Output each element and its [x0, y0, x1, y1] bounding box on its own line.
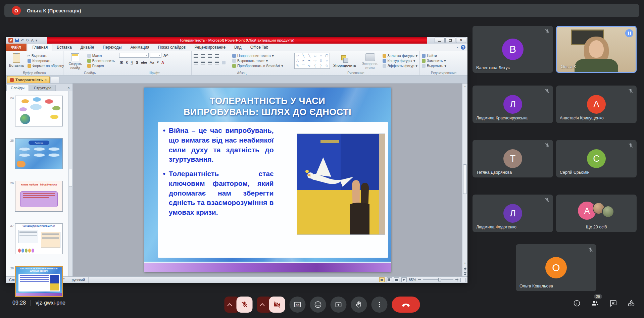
tab-transitions[interactable]: Переходы: [98, 44, 126, 51]
scroll-up-icon[interactable]: ▴: [462, 84, 467, 89]
align-text-button[interactable]: Выровнять текст▾: [232, 59, 283, 63]
bold-button[interactable]: Ж: [119, 60, 124, 64]
cut-button[interactable]: ✂Вырезать: [28, 54, 64, 58]
zoom-slider[interactable]: [423, 279, 453, 280]
present-button[interactable]: [330, 297, 346, 313]
scrollbar-thumb[interactable]: [463, 164, 467, 194]
indent-increase-button[interactable]: [215, 54, 219, 58]
help-icon[interactable]: ?: [461, 45, 465, 50]
camera-toggle-button[interactable]: [269, 297, 285, 313]
restore-button[interactable]: [445, 38, 455, 43]
language[interactable]: русский: [68, 277, 88, 283]
end-call-button[interactable]: [392, 297, 420, 313]
numbering-button[interactable]: [201, 54, 205, 58]
tab-insert[interactable]: Вставка: [52, 44, 76, 51]
tab-slides-pane[interactable]: Слайды: [6, 85, 29, 91]
indent-decrease-button[interactable]: [208, 54, 212, 58]
chat-button[interactable]: [609, 299, 617, 307]
slide-sorter-view-button[interactable]: [387, 277, 392, 282]
shapes-gallery[interactable]: ▱╲╲□○▢ △⌐¬⇨⇩○ ✎⌒∿{}☆: [294, 53, 330, 69]
shape-effects-button[interactable]: Эффекты фигур▾: [383, 64, 417, 68]
thumbnail-25[interactable]: 25 Пам'ятка: [8, 138, 63, 169]
font-name-select[interactable]: [119, 53, 149, 58]
vertical-scrollbar[interactable]: ▴ ▾: [462, 84, 467, 276]
powerpoint-logo-icon[interactable]: P: [8, 38, 13, 43]
tab-slideshow[interactable]: Показ слайдов: [154, 44, 190, 51]
next-slide-icon[interactable]: [462, 271, 467, 276]
tab-office-tab[interactable]: Office Tab: [246, 44, 273, 51]
reading-view-button[interactable]: [394, 277, 399, 282]
bullets-button[interactable]: [194, 54, 198, 58]
align-center-button[interactable]: [201, 61, 205, 64]
document-tab[interactable]: Толерантність ×: [7, 76, 50, 83]
current-slide[interactable]: ТОЛЕРАНТНІСТЬ У ЧАСИ ВИПРОБУВАНЬ: ШЛЯХ Д…: [144, 88, 391, 272]
close-button[interactable]: ×: [456, 38, 466, 43]
font-quick-icon[interactable]: А: [31, 39, 33, 42]
panel-scrollbar[interactable]: [68, 91, 72, 276]
participant-tile[interactable]: А Анастасія Кривущенко: [556, 86, 637, 123]
participant-tile[interactable]: Л Людмила Федотенко: [473, 195, 553, 232]
select-button[interactable]: Выделить▾: [422, 64, 446, 68]
tab-outline-pane[interactable]: Структура: [30, 85, 56, 91]
new-document-tab[interactable]: [51, 77, 59, 83]
shape-fill-button[interactable]: Заливка фигуры▾: [383, 54, 417, 58]
participant-tile[interactable]: С Сергій Єрьомін: [556, 140, 637, 177]
zoom-in-icon[interactable]: [455, 278, 458, 281]
participant-tile-speaking[interactable]: Ольга К: [556, 26, 637, 73]
slideshow-view-button[interactable]: [401, 277, 407, 282]
minimize-button[interactable]: [435, 38, 445, 43]
case-dropdown-icon[interactable]: ▾: [156, 60, 159, 64]
smartart-button[interactable]: Преобразовать в SmartArt▾: [232, 64, 283, 68]
raise-hand-button[interactable]: [351, 297, 367, 313]
align-left-button[interactable]: [194, 61, 198, 64]
tab-review[interactable]: Рецензирование: [190, 44, 230, 51]
participant-tile[interactable]: О Ольга Ковальова: [516, 244, 596, 291]
mic-toggle-button[interactable]: [236, 297, 252, 313]
thumbnail-26[interactable]: 26 Кожна людина - індивідуальна: [8, 181, 63, 212]
shape-outline-button[interactable]: Контур фигуры▾: [383, 59, 417, 63]
save-icon[interactable]: [15, 39, 19, 42]
tab-animations[interactable]: Анимация: [126, 44, 153, 51]
text-direction-button[interactable]: Направление текста▾: [232, 54, 283, 58]
change-case-button[interactable]: Аа: [149, 60, 155, 64]
participant-tile[interactable]: Л Людмила Краснояружська: [473, 86, 553, 123]
underline-button[interactable]: Ч: [130, 60, 134, 64]
font-size-select[interactable]: [150, 53, 161, 58]
shadow-button[interactable]: S: [135, 60, 139, 64]
thumbnail-24[interactable]: 24: [8, 96, 63, 126]
strikethrough-button[interactable]: abc: [140, 60, 148, 64]
thumbnail-27[interactable]: 27 ЧИ ЗАВЖДИ ВИ ТОЛЕРАНТНІ?: [8, 223, 63, 254]
justify-button[interactable]: [215, 61, 219, 64]
italic-button[interactable]: К: [125, 60, 129, 64]
participants-button[interactable]: 29: [591, 299, 599, 307]
activities-button[interactable]: [627, 299, 635, 307]
quick-styles-button[interactable]: Экспресс-стили: [359, 53, 380, 70]
columns-button[interactable]: [222, 61, 226, 64]
previous-slide-icon[interactable]: [462, 266, 467, 271]
collapse-ribbon-icon[interactable]: ▴: [456, 46, 458, 49]
participant-tile[interactable]: В Валентина Литус: [473, 26, 553, 73]
fit-to-window-icon[interactable]: [460, 278, 465, 282]
tab-home[interactable]: Главная: [28, 44, 53, 51]
document-tab-close-icon[interactable]: ×: [45, 78, 47, 82]
presenting-banner[interactable]: О Ольга К (Презентація): [4, 4, 639, 17]
font-color-button[interactable]: А: [161, 60, 165, 64]
captions-button[interactable]: CC: [289, 297, 305, 313]
more-participants-tile[interactable]: А Ще 20 осіб: [556, 195, 637, 232]
more-options-button[interactable]: [371, 297, 387, 313]
grow-font-button[interactable]: A^: [163, 53, 169, 57]
reset-button[interactable]: Восстановить: [87, 59, 115, 63]
tab-view[interactable]: Вид: [230, 44, 246, 51]
info-button[interactable]: [573, 299, 581, 307]
panel-close-icon[interactable]: ×: [65, 86, 72, 91]
undo-icon[interactable]: ↶: [21, 39, 24, 42]
copy-button[interactable]: Копировать: [28, 59, 64, 63]
participant-tile[interactable]: Т Тетяна Дворянова: [473, 140, 553, 177]
normal-view-button[interactable]: [379, 277, 385, 282]
tab-design[interactable]: Дизайн: [76, 44, 98, 51]
find-button[interactable]: Найти: [422, 54, 446, 58]
replace-button[interactable]: Заменить▾: [422, 59, 446, 63]
redo-icon[interactable]: ↻: [26, 39, 29, 42]
format-painter-button[interactable]: Формат по образцу: [28, 64, 64, 68]
layout-button[interactable]: Макет: [87, 54, 115, 58]
